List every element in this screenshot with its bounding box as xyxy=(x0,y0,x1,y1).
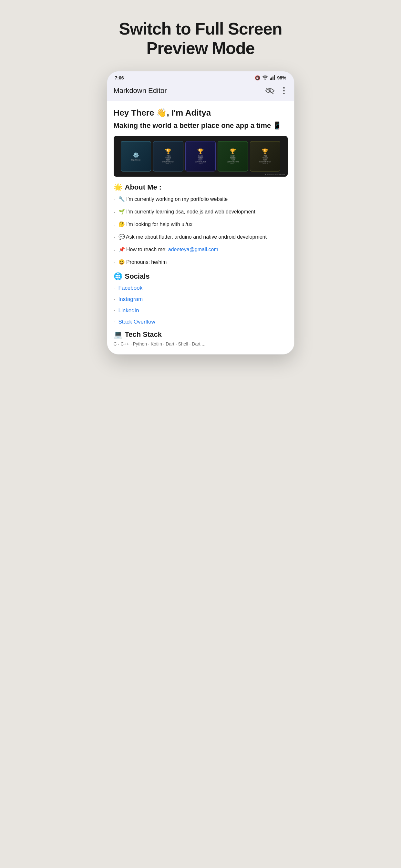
svg-rect-3 xyxy=(273,76,274,80)
hide-preview-button[interactable] xyxy=(266,87,274,94)
phone-mockup: 7:06 🔇 xyxy=(107,71,295,355)
about-emoji: 🌟 xyxy=(114,183,122,191)
facebook-link[interactable]: Facebook xyxy=(119,285,143,291)
list-item: · 🌱 I'm currently learning dsa, node.js … xyxy=(114,208,288,217)
list-item: · 📌 How to reach me: adeeteya@gmail.com xyxy=(114,246,288,254)
bullet-dot: · xyxy=(114,307,115,314)
socials-heading: 🌐 Socials xyxy=(114,272,288,281)
mute-icon: 🔇 xyxy=(255,75,260,81)
status-icons-group: 🔇 98% xyxy=(255,75,286,81)
battery-percentage: 98% xyxy=(277,75,286,81)
badge-hacktoberfest-2: 🏆 HACKTOBERFEST CONTRIBUTOR LEVEL 2 xyxy=(185,141,216,172)
bullet-dot: · xyxy=(114,284,115,291)
badge-hacktoberfest-1: 🏆 HACKTOBERFEST CONTRIBUTOR LEVEL 1 xyxy=(153,141,183,172)
bullet-dot: · xyxy=(114,296,115,303)
bullet-dot: · xyxy=(114,318,115,325)
socials-emoji: 🌐 xyxy=(114,272,122,281)
list-item: · Stack Overflow xyxy=(114,318,288,325)
bullet-dot: · xyxy=(114,246,115,254)
list-item: · 🤔 I'm looking for help with ui/ux xyxy=(114,221,288,229)
badge-hacktoberfest-3: 🏆 HACKTOBERFEST CONTRIBUTOR LEVEL 3 xyxy=(218,141,248,172)
bullet-dot: · xyxy=(114,195,115,204)
app-bar-actions: ⋮ xyxy=(266,86,288,96)
about-item-4: 💬 Ask me about flutter, arduino and nati… xyxy=(119,233,288,241)
linkedin-link[interactable]: LinkedIn xyxy=(119,307,139,314)
page-title: Switch to Full Screen Preview Mode xyxy=(107,20,295,58)
socials-title: Socials xyxy=(125,272,150,281)
title-section: Switch to Full Screen Preview Mode xyxy=(107,20,295,58)
hero-tagline: Making the world a better place one app … xyxy=(114,121,288,131)
about-list: · 🔧 I'm currently working on my portfoli… xyxy=(114,195,288,267)
tech-emoji: 💻 xyxy=(114,330,122,339)
svg-rect-2 xyxy=(271,78,272,80)
hacktoberfest-badges: ⚙️ DigitalOcean 🏆 HACKTOBERFEST CONTRIBU… xyxy=(114,136,288,177)
list-item: · 💬 Ask me about flutter, arduino and na… xyxy=(114,233,288,242)
tech-heading: 💻 Tech Stack xyxy=(114,330,288,339)
more-options-button[interactable]: ⋮ xyxy=(280,86,288,96)
app-bar-title: Markdown Editor xyxy=(114,87,167,95)
instagram-link[interactable]: Instagram xyxy=(119,296,143,303)
tech-subtitle: C · C++ · Python · Kotlin · Dart · Shell… xyxy=(114,341,288,346)
social-list: · Facebook · Instagram · LinkedIn · Stac… xyxy=(114,284,288,325)
about-item-2: 🌱 I'm currently learning dsa, node.js an… xyxy=(119,208,288,216)
bullet-dot: · xyxy=(114,221,115,229)
list-item: · LinkedIn xyxy=(114,307,288,314)
badge-credit: ♥ holopin.io@adeeteya xyxy=(265,174,285,175)
app-bar: Markdown Editor ⋮ xyxy=(107,83,294,101)
bullet-dot: · xyxy=(114,233,115,242)
badge-digitalocean: ⚙️ DigitalOcean xyxy=(121,141,151,172)
about-heading: 🌟 About Me : xyxy=(114,183,288,191)
about-item-3: 🤔 I'm looking for help with ui/ux xyxy=(119,221,288,228)
badge-hacktoberfest-4: 🏆 HACKTOBERFEST CONTRIBUTOR LEVEL 4 xyxy=(250,141,280,172)
list-item: · 🔧 I'm currently working on my portfoli… xyxy=(114,195,288,204)
status-time: 7:06 xyxy=(115,75,124,81)
about-item-5: 📌 How to reach me: adeeteya@gmail.com xyxy=(119,246,288,253)
signal-icon xyxy=(270,75,275,81)
about-item-6: 😄 Pronouns: he/him xyxy=(119,258,288,266)
about-title: About Me : xyxy=(125,183,162,191)
list-item: · Instagram xyxy=(114,296,288,303)
svg-rect-4 xyxy=(274,75,275,80)
tech-title: Tech Stack xyxy=(125,330,162,339)
about-item-1: 🔧 I'm currently working on my portfolio … xyxy=(119,195,288,203)
list-item: · Facebook xyxy=(114,284,288,291)
email-link[interactable]: adeeteya@gmail.com xyxy=(168,247,218,252)
svg-point-0 xyxy=(265,79,266,80)
content-area: Hey There 👋, I'm Aditya Making the world… xyxy=(107,101,294,354)
stackoverflow-link[interactable]: Stack Overflow xyxy=(119,319,155,325)
bullet-dot: · xyxy=(114,258,115,267)
status-bar: 7:06 🔇 xyxy=(107,71,294,83)
wifi-icon xyxy=(262,75,268,81)
page-wrapper: Switch to Full Screen Preview Mode 7:06 … xyxy=(100,0,301,368)
list-item: · 😄 Pronouns: he/him xyxy=(114,258,288,267)
hero-greeting: Hey There 👋, I'm Aditya xyxy=(114,107,288,119)
bullet-dot: · xyxy=(114,208,115,217)
svg-rect-1 xyxy=(270,79,271,80)
